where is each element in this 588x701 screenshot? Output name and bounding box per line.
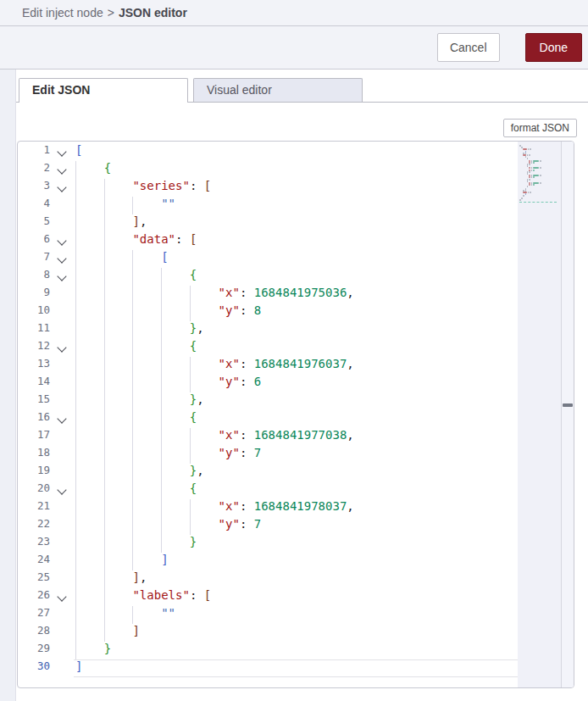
code-text[interactable]: "y": 8 bbox=[75, 303, 518, 321]
code-line[interactable]: 8 { bbox=[18, 268, 518, 286]
cancel-button[interactable]: Cancel bbox=[437, 33, 500, 62]
code-text[interactable]: "" bbox=[75, 606, 518, 624]
fold-chevron-icon[interactable] bbox=[50, 410, 75, 428]
code-line[interactable]: 20 { bbox=[18, 481, 518, 499]
code-line[interactable]: 29 } bbox=[18, 642, 518, 659]
indent-guide bbox=[132, 357, 133, 375]
code-line[interactable]: 27 "" bbox=[18, 606, 518, 624]
code-line[interactable]: 28 ] bbox=[18, 624, 518, 642]
minimap-line-mark bbox=[533, 170, 535, 171]
scrollbar-thumb[interactable] bbox=[563, 403, 573, 407]
code-text[interactable]: { bbox=[75, 481, 518, 499]
code-line[interactable]: 22 "y": 7 bbox=[18, 517, 518, 535]
code-text[interactable]: "series": [ bbox=[75, 179, 518, 197]
indent-guide bbox=[161, 375, 162, 392]
tab-visual-editor[interactable]: Visual editor bbox=[193, 78, 363, 102]
code-line[interactable]: 2 { bbox=[18, 161, 518, 179]
code-line[interactable]: 4 "" bbox=[18, 197, 518, 214]
code-text[interactable]: "" bbox=[75, 197, 518, 214]
fold-chevron-icon[interactable] bbox=[50, 179, 75, 197]
code-line[interactable]: 5 ], bbox=[18, 214, 518, 232]
code-text[interactable]: "labels": [ bbox=[75, 588, 518, 606]
code-text[interactable]: [ bbox=[75, 143, 518, 161]
tray-body: Edit JSON Visual editor format JSON 1[2 … bbox=[16, 70, 588, 688]
minimap[interactable] bbox=[518, 142, 561, 687]
tab-edit-json[interactable]: Edit JSON bbox=[19, 78, 188, 103]
code-text[interactable]: [ bbox=[75, 250, 518, 268]
tray-header: Edit inject node>JSON editor bbox=[0, 0, 588, 26]
code-line[interactable]: 21 "x": 1684841978037, bbox=[18, 499, 518, 517]
code-text[interactable]: "y": 7 bbox=[75, 446, 518, 464]
code-text[interactable]: ] bbox=[75, 659, 518, 677]
code-line[interactable]: 24 ] bbox=[18, 553, 518, 570]
code-text[interactable]: } bbox=[75, 642, 518, 659]
code-text[interactable]: ] bbox=[75, 553, 518, 570]
code-text[interactable]: "x": 1684841977038, bbox=[75, 428, 518, 446]
line-number: 18 bbox=[18, 446, 50, 464]
fold-spacer bbox=[50, 428, 75, 446]
fold-chevron-icon[interactable] bbox=[50, 481, 75, 499]
fold-chevron-icon[interactable] bbox=[50, 339, 75, 357]
code-text[interactable]: { bbox=[75, 339, 518, 357]
indent-guide bbox=[75, 428, 76, 446]
code-text[interactable]: "x": 1684841975036, bbox=[75, 286, 518, 303]
line-number: 21 bbox=[18, 499, 50, 517]
indent-guide bbox=[161, 392, 162, 410]
code-line[interactable]: 7 [ bbox=[18, 250, 518, 268]
code-text[interactable]: "y": 7 bbox=[75, 517, 518, 535]
code-line[interactable]: 10 "y": 8 bbox=[18, 303, 518, 321]
line-number: 25 bbox=[18, 570, 50, 588]
fold-spacer bbox=[50, 606, 75, 624]
code-line[interactable]: 19 }, bbox=[18, 464, 518, 481]
code-line[interactable]: 14 "y": 6 bbox=[18, 375, 518, 392]
fold-chevron-icon[interactable] bbox=[50, 588, 75, 606]
code-line[interactable]: 3 "series": [ bbox=[18, 179, 518, 197]
fold-spacer bbox=[50, 659, 75, 677]
code-line[interactable]: 16 { bbox=[18, 410, 518, 428]
indent-guide bbox=[75, 268, 76, 286]
fold-chevron-icon[interactable] bbox=[50, 232, 75, 250]
code-line[interactable]: 26 "labels": [ bbox=[18, 588, 518, 606]
line-number: 9 bbox=[18, 286, 50, 303]
code-line[interactable]: 13 "x": 1684841976037, bbox=[18, 357, 518, 375]
code-text[interactable]: }, bbox=[75, 392, 518, 410]
line-number: 28 bbox=[18, 624, 50, 642]
code-line[interactable]: 15 }, bbox=[18, 392, 518, 410]
code-text[interactable]: "x": 1684841978037, bbox=[75, 499, 518, 517]
code-text[interactable]: { bbox=[75, 268, 518, 286]
code-text[interactable]: }, bbox=[75, 464, 518, 481]
code-text[interactable]: { bbox=[75, 410, 518, 428]
fold-chevron-icon[interactable] bbox=[50, 268, 75, 286]
fold-spacer bbox=[50, 499, 75, 517]
code-line[interactable]: 18 "y": 7 bbox=[18, 446, 518, 464]
indent-guide bbox=[132, 410, 133, 428]
code-line[interactable]: 17 "x": 1684841977038, bbox=[18, 428, 518, 446]
code-text[interactable]: ], bbox=[75, 570, 518, 588]
code-text[interactable]: "data": [ bbox=[75, 232, 518, 250]
code-line[interactable]: 6 "data": [ bbox=[18, 232, 518, 250]
code-text[interactable]: "y": 6 bbox=[75, 375, 518, 392]
code-line[interactable]: 9 "x": 1684841975036, bbox=[18, 286, 518, 303]
done-button[interactable]: Done bbox=[525, 33, 582, 62]
overview-ruler[interactable] bbox=[561, 142, 574, 687]
fold-chevron-icon[interactable] bbox=[50, 143, 75, 161]
code-pane[interactable]: 1[2 {3 "series": [4 ""5 ],6 "data": [7 [… bbox=[18, 142, 518, 687]
code-line[interactable]: 11 }, bbox=[18, 321, 518, 339]
indent-guide bbox=[104, 392, 105, 410]
code-text[interactable]: ] bbox=[75, 624, 518, 642]
code-text[interactable]: { bbox=[75, 161, 518, 179]
code-line[interactable]: 25 ], bbox=[18, 570, 518, 588]
format-json-button[interactable]: format JSON bbox=[503, 119, 577, 137]
code-editor[interactable]: 1[2 {3 "series": [4 ""5 ],6 "data": [7 [… bbox=[17, 141, 574, 688]
code-text[interactable]: } bbox=[75, 535, 518, 553]
code-line[interactable]: 23 } bbox=[18, 535, 518, 553]
code-line[interactable]: 1[ bbox=[18, 143, 518, 161]
code-line[interactable]: 12 { bbox=[18, 339, 518, 357]
minimap-line-mark bbox=[529, 154, 530, 156]
fold-chevron-icon[interactable] bbox=[50, 250, 75, 268]
fold-chevron-icon[interactable] bbox=[50, 161, 75, 179]
code-text[interactable]: ], bbox=[75, 214, 518, 232]
code-text[interactable]: }, bbox=[75, 321, 518, 339]
code-text[interactable]: "x": 1684841976037, bbox=[75, 357, 518, 375]
code-line[interactable]: 30] bbox=[18, 659, 518, 677]
